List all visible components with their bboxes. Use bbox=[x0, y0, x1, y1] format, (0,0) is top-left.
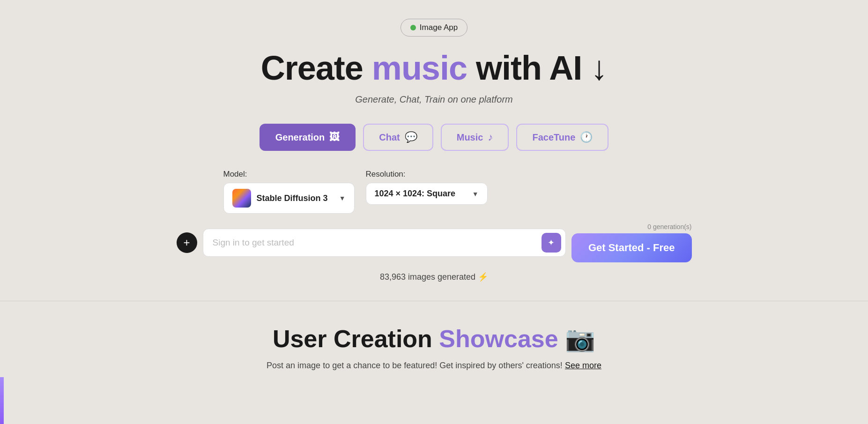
tab-facetune[interactable]: FaceTune 🕐 bbox=[516, 124, 608, 151]
model-label: Model: bbox=[223, 170, 355, 179]
section-divider bbox=[0, 301, 868, 301]
badge-label: Image App bbox=[420, 23, 458, 32]
resolution-select[interactable]: 1024 × 1024: Square ▼ bbox=[366, 183, 488, 205]
resolution-group: Resolution: 1024 × 1024: Square ▼ bbox=[366, 170, 488, 205]
facetune-icon: 🕐 bbox=[580, 131, 593, 143]
sub-heading: Generate, Chat, Train on one platform bbox=[355, 94, 512, 105]
showcase-heading: User Creation Showcase 📷 bbox=[267, 325, 601, 353]
input-row: + ✦ 0 generation(s) Get Started - Free bbox=[177, 223, 692, 262]
generation-label: Generation bbox=[275, 132, 325, 143]
stats-text: 83,963 images generated ⚡ bbox=[380, 272, 488, 282]
image-app-badge: Image App bbox=[401, 19, 467, 37]
add-button[interactable]: + bbox=[177, 232, 197, 253]
see-more-link[interactable]: See more bbox=[565, 361, 601, 370]
options-row: Model: Stable Diffusion 3 ▼ Resolution: … bbox=[223, 170, 645, 214]
showcase-prefix: User Creation bbox=[273, 325, 439, 352]
wand-icon: ✦ bbox=[548, 238, 555, 248]
chat-icon: 💬 bbox=[405, 131, 417, 143]
status-dot bbox=[410, 25, 416, 30]
resolution-value: 1024 × 1024: Square bbox=[375, 189, 456, 199]
model-value: Stable Diffusion 3 bbox=[257, 193, 328, 203]
resolution-label: Resolution: bbox=[366, 170, 488, 179]
showcase-sub: Post an image to get a chance to be feat… bbox=[267, 361, 601, 371]
tab-chat[interactable]: Chat 💬 bbox=[363, 124, 433, 151]
chevron-down-icon: ▼ bbox=[339, 194, 346, 202]
showcase-section: User Creation Showcase 📷 Post an image t… bbox=[248, 325, 620, 371]
chat-label: Chat bbox=[379, 132, 400, 143]
music-icon: ♪ bbox=[488, 131, 493, 143]
showcase-highlight: Showcase bbox=[439, 325, 558, 352]
model-group: Model: Stable Diffusion 3 ▼ bbox=[223, 170, 355, 214]
model-select[interactable]: Stable Diffusion 3 ▼ bbox=[223, 183, 355, 214]
generation-count: 0 generation(s) bbox=[647, 223, 691, 231]
stats-row: 83,963 images generated ⚡ bbox=[380, 272, 488, 282]
facetune-label: FaceTune bbox=[532, 132, 575, 143]
tab-music[interactable]: Music ♪ bbox=[441, 124, 509, 151]
chevron-down-icon-res: ▼ bbox=[472, 190, 479, 198]
get-started-button[interactable]: Get Started - Free bbox=[571, 233, 692, 262]
bottom-accent-strip bbox=[0, 377, 4, 424]
prompt-input[interactable] bbox=[203, 229, 566, 257]
tab-row: Generation 🖼 Chat 💬 Music ♪ FaceTune 🕐 bbox=[260, 124, 609, 151]
prompt-input-wrapper: ✦ bbox=[203, 229, 566, 257]
heading-highlight: music bbox=[372, 49, 467, 87]
wand-button[interactable]: ✦ bbox=[542, 233, 561, 253]
tab-generation[interactable]: Generation 🖼 bbox=[260, 124, 356, 151]
music-label: Music bbox=[457, 132, 483, 143]
model-thumbnail bbox=[232, 189, 251, 208]
cta-wrapper: 0 generation(s) Get Started - Free bbox=[571, 223, 692, 262]
heading-suffix: with AI ↓ bbox=[467, 49, 607, 87]
showcase-emoji: 📷 bbox=[565, 325, 595, 352]
heading-prefix: Create bbox=[261, 49, 372, 87]
main-heading: Create music with AI ↓ bbox=[261, 50, 608, 87]
generation-icon: 🖼 bbox=[329, 131, 340, 143]
